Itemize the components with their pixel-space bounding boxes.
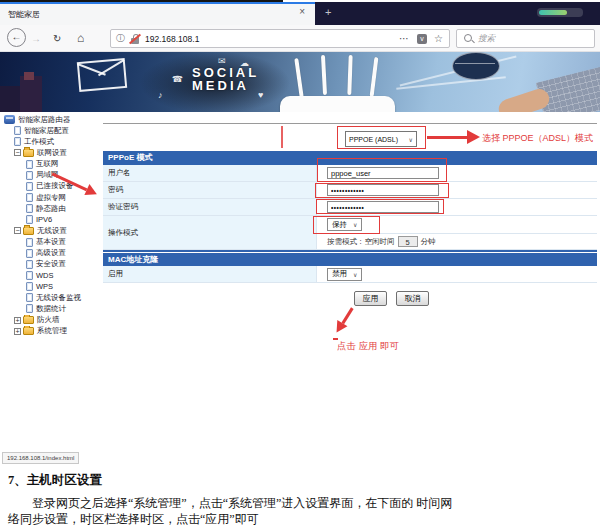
bookmark-star-icon[interactable]: ☆ [434, 33, 443, 44]
ondemand-suffix: 分钟 [421, 237, 436, 247]
password-label: 密码 [103, 182, 317, 198]
page-icon [26, 260, 33, 269]
router-image [280, 96, 395, 112]
expand-icon[interactable]: + [14, 328, 21, 335]
cancel-button[interactable]: 取消 [396, 291, 429, 306]
section-bottom-line [103, 250, 597, 252]
tab-bar-indicator [537, 8, 583, 17]
tree-item-statistics[interactable]: 数据统计 [2, 303, 102, 314]
back-button[interactable]: ← [7, 28, 26, 47]
browser-tab-bar: 智能家居 × + [0, 2, 600, 25]
tree-root-router[interactable]: 智能家居路由器 [2, 114, 102, 125]
search-placeholder: 搜索 [478, 33, 495, 45]
active-tab-stripe [0, 2, 315, 4]
folder-icon [23, 227, 34, 235]
document-paragraph-line2: 络同步设置，时区栏选择时区，点击“应用”即可 [8, 511, 594, 527]
page-icon [26, 171, 33, 180]
tree-item-firewall[interactable]: +防火墙 [2, 315, 102, 326]
router-page-banner: ✉ ☎ ♥ ♪ ☁ SOCIAL MEDIA [0, 52, 600, 112]
tree-item-wireless-monitor[interactable]: 无线设备监视 [2, 292, 102, 303]
tree-item-basic-settings[interactable]: 基本设置 [2, 237, 102, 248]
mac-clone-select[interactable]: 禁用 ∨ [327, 268, 362, 281]
page-icon [26, 238, 33, 247]
annotation-box-keepalive [313, 216, 380, 234]
browser-toolbar: ← → ↻ ⌂ ⓘ 192.168.108.1 ⋯ v ☆ 搜索 [0, 25, 600, 52]
document-paragraph-line1: 登录网页之后选择“系统管理”，点击“系统管理”进入设置界面，在下面的 时间网 [8, 495, 594, 511]
insecure-lock-icon [130, 33, 141, 45]
new-tab-button[interactable]: + [325, 6, 331, 18]
reload-button[interactable]: ↻ [53, 29, 61, 48]
tree-item-home-config[interactable]: 智能家居配置 [2, 125, 102, 136]
folder-icon [23, 149, 34, 157]
collapse-icon[interactable]: − [14, 227, 21, 234]
page-icon [26, 160, 33, 169]
city-silhouette [24, 72, 34, 80]
tree-item-wireless-settings[interactable]: −无线设置 [2, 225, 102, 236]
tree-item-wds[interactable]: WDS [2, 270, 102, 281]
document-heading: 7、主机时区设置 [8, 472, 594, 489]
tree-item-wps[interactable]: WPS [2, 281, 102, 292]
router-antenna [370, 57, 379, 97]
tree-item-work-mode[interactable]: 工作模式 [2, 136, 102, 147]
search-icon [463, 33, 474, 44]
annotation-box-password [315, 183, 449, 198]
tree-item-system-management[interactable]: +系统管理 [2, 326, 102, 337]
page-icon [26, 293, 33, 302]
folder-icon [23, 327, 34, 335]
city-silhouette [20, 76, 42, 112]
page-icon [26, 282, 33, 291]
tree-item-static-route[interactable]: 静态路由 [2, 203, 102, 214]
page-icon [14, 126, 21, 135]
page-icon [26, 182, 33, 191]
tree-item-ipv6[interactable]: IPV6 [2, 214, 102, 225]
address-bar[interactable]: ⓘ 192.168.108.1 ⋯ v ☆ [110, 29, 450, 48]
forward-button[interactable]: → [31, 29, 41, 48]
mac-enable-row: 启用 禁用 ∨ [103, 266, 597, 283]
router-antenna [347, 55, 352, 95]
social-media-text: SOCIAL MEDIA [192, 66, 259, 92]
url-text[interactable]: 192.168.108.1 [145, 34, 199, 44]
status-link-tooltip: 192.168.108.1/index.html [2, 452, 79, 464]
apply-button[interactable]: 应用 [354, 291, 387, 306]
content-top-divider [103, 123, 597, 124]
phone-icon: ☎ [172, 74, 183, 84]
tree-item-advanced-settings[interactable]: 高级设置 [2, 248, 102, 259]
search-bar[interactable]: 搜索 [456, 29, 595, 48]
site-info-icon[interactable]: ⓘ [116, 32, 125, 45]
folder-icon [23, 316, 34, 324]
verify-password-label: 验证密码 [103, 199, 317, 215]
annotation-box-verify [316, 199, 444, 214]
collapse-icon[interactable]: − [14, 149, 21, 156]
idle-time-input[interactable]: 5 [398, 236, 418, 247]
active-tab[interactable]: 智能家居 × [0, 2, 315, 25]
screenshot-canvas: 智能家居 × + ← → ↻ ⌂ ⓘ 192.168.108.1 ⋯ v ☆ 搜… [0, 0, 600, 528]
page-icon [26, 215, 33, 224]
annotation-box-wan-select [337, 126, 426, 149]
home-button[interactable]: ⌂ [77, 29, 84, 47]
document-text: 7、主机时区设置 登录网页之后选择“系统管理”，点击“系统管理”进入设置界面，在… [8, 472, 594, 527]
page-actions-icon[interactable]: ⋯ [399, 33, 410, 44]
tree-item-security-settings[interactable]: 安全设置 [2, 259, 102, 270]
page-icon [26, 249, 33, 258]
page-icon [26, 271, 33, 280]
mac-clone-header: MAC地址克隆 [103, 253, 597, 266]
username-label: 用户名 [103, 165, 317, 181]
page-icon [26, 304, 33, 313]
pocket-icon[interactable]: v [417, 34, 427, 44]
nav-tree: 智能家居路由器 智能家居配置 工作模式 −联网设置 互联网 局域网 已连接设备 … [2, 114, 102, 337]
page-icon [26, 204, 33, 213]
router-antenna [294, 58, 304, 98]
enable-label: 启用 [103, 266, 317, 282]
router-antenna [321, 55, 327, 95]
annotation-box-username [317, 158, 447, 182]
expand-icon[interactable]: + [14, 317, 21, 324]
tab-close-icon[interactable]: × [299, 6, 305, 17]
annotation-stray-line [281, 126, 283, 148]
annotation-arrow-head [467, 130, 483, 144]
tree-item-internet[interactable]: 互联网 [2, 159, 102, 170]
ondemand-prefix: 按需模式：空闲时间 [327, 237, 395, 247]
page-icon [14, 137, 21, 146]
tree-item-network-settings[interactable]: −联网设置 [2, 147, 102, 158]
chevron-down-icon: ∨ [353, 271, 357, 278]
envelope-icon [77, 58, 127, 92]
